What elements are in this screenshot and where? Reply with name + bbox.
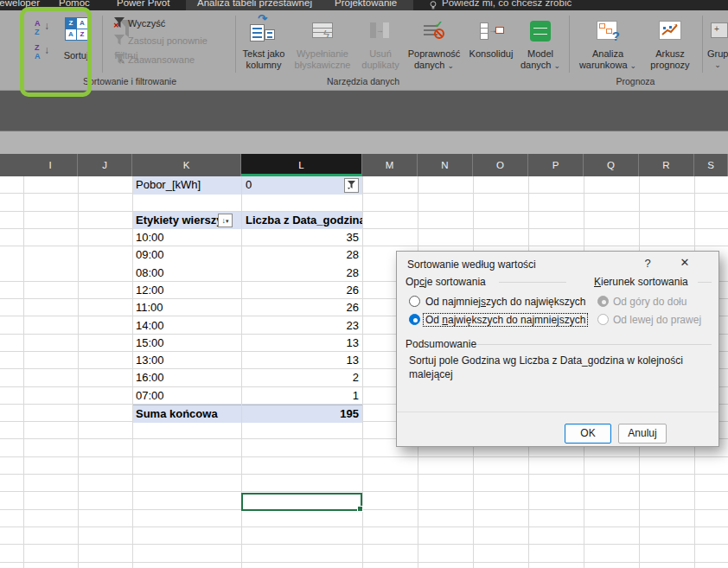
column-header-M[interactable]: M [362,154,418,176]
dropdown-caret-icon: ⌄ [554,61,561,70]
funnel-icon [346,179,357,190]
reapply-icon [113,35,125,46]
dropdown-caret-icon: ⌄ [630,61,637,70]
advanced-filter-button[interactable]: ✎ Zaawansowane [113,54,195,65]
radio-left-to-right [597,314,609,325]
radio-smallest-to-largest[interactable] [409,296,420,307]
dropdown-caret-icon: ⌄ [448,61,455,70]
what-if-button[interactable]: ? Analiza warunkowa ⌄ [574,16,642,76]
row-label-cell[interactable]: 08:00 [132,265,241,282]
filter-field-label-cell[interactable]: Pobor_[kWh] [132,176,241,195]
sort-direction-group-label: Kierunek sortowania [594,276,688,288]
pivot-values-header[interactable]: Liczba z Data_godzina [241,212,362,229]
tab-pivottable-analyze[interactable]: Analiza tabeli przestawnej [197,0,312,8]
radio-smallest-to-largest-label[interactable]: Od najmniejszych do największych [425,296,585,308]
column-header-O[interactable]: O [473,154,528,176]
row-label-cell[interactable]: 16:00 [132,369,241,386]
group-cells-icon: + [711,22,728,38]
total-value-cell[interactable]: 195 [241,405,362,423]
group-label-data-tools: Narzędzia danych [285,76,441,86]
row-label-cell[interactable]: 14:00 [132,317,241,335]
radio-largest-to-smallest-label[interactable]: Od największych do najmniejszych [424,314,587,326]
consolidate-icon: → [480,22,502,38]
group-cells-button[interactable]: + Grup ⌄ [707,16,728,76]
data-validation-button[interactable]: ✓ Poprawność danych ⌄ [405,16,463,76]
reapply-button[interactable]: Zastosuj ponownie [113,35,208,46]
divider [702,16,703,73]
dialog-title: Sortowanie według wartości [407,258,536,271]
row-label-cell[interactable]: 09:00 [132,246,241,264]
column-header-row: IJKLMNOPQRS [0,154,728,176]
value-cell[interactable]: 28 [241,246,362,264]
column-header-L[interactable]: L [241,154,362,176]
dialog-help-button[interactable]: ? [641,257,655,271]
pivot-filter-row: Pobor_[kWh] 0 [0,176,728,194]
divider [569,16,570,73]
clear-filter-button[interactable]: ✕ Wyczyść [113,17,165,29]
tell-me-box[interactable]: Powiedz mi, co chcesz zrobić [442,0,572,8]
cancel-button[interactable]: Anuluj [618,424,667,444]
clear-filter-icon: ✕ [113,17,125,29]
column-header-I[interactable]: I [23,154,78,176]
column-header-J[interactable]: J [78,154,132,176]
data-validation-icon: ✓ [424,22,441,36]
row-label-cell[interactable]: 13:00 [132,352,241,369]
row-label-cell[interactable]: 12:00 [132,282,241,299]
radio-top-to-bottom-label: Od góry do dołu [613,296,686,308]
column-header-S[interactable]: S [694,154,728,176]
row-labels-filter-button[interactable]: ↓▾ [218,214,233,227]
column-header-P[interactable]: P [528,154,584,176]
remove-duplicates-button[interactable]: → Usuń duplikaty [358,16,403,76]
gridline [132,176,133,568]
total-label-cell[interactable]: Suma końcowa [132,405,241,423]
radio-largest-to-smallest[interactable] [409,314,420,325]
active-cell-selection[interactable] [241,493,362,511]
value-cell[interactable]: 26 [241,299,362,316]
value-cell[interactable]: 2 [241,369,362,386]
sort-options-group-label: Opcje sortowania [406,276,486,288]
forecast-sheet-button[interactable]: Arkusz prognozy [643,16,697,76]
row-label-cell[interactable]: 15:00 [132,335,241,352]
ribbon-tab-bar: Deweloper Pomoc Power Pivot Analiza tabe… [0,0,728,10]
value-cell[interactable]: 23 [241,317,362,335]
consolidate-button[interactable]: → Konsoliduj [465,16,517,76]
flash-fill-button[interactable]: ϟ Wypełnianie błyskawiczne [289,16,356,76]
column-header-R[interactable]: R [639,154,694,176]
column-header-N[interactable]: N [418,154,473,176]
divider [102,16,103,73]
data-model-button[interactable]: Model danych ⌄ [517,16,564,76]
ribbon: A Z ↓ Z A ↓ ZA AZ Sortuj Filtruj ✕ [0,10,728,91]
row-label-cell[interactable]: 11:00 [132,299,241,316]
row-label-cell[interactable]: 10:00 [132,229,241,246]
ok-button[interactable]: OK [565,424,611,444]
tab-design[interactable]: Projektowanie [335,0,397,8]
collapsed-formula-bar-band [0,91,728,131]
value-cell[interactable]: 28 [241,265,362,282]
excel-window: Deweloper Pomoc Power Pivot Analiza tabe… [0,0,728,568]
value-cell[interactable]: 26 [241,282,362,299]
value-cell[interactable]: 35 [241,229,362,246]
value-cell[interactable]: 13 [241,352,362,369]
divider [397,412,718,412]
value-cell[interactable]: 13 [241,335,362,352]
svg-text:✕: ✕ [113,22,119,29]
fill-handle[interactable] [357,506,363,512]
column-header-K[interactable]: K [132,154,241,176]
spacer-band [0,131,728,155]
value-cell[interactable]: 1 [241,387,362,405]
curve-arrow-icon: ↷ [258,12,267,25]
filter-field-dropdown-button[interactable] [344,178,359,193]
tab-power-pivot[interactable]: Power Pivot [117,0,169,8]
radio-top-to-bottom [597,296,609,307]
what-if-icon: ? [597,21,617,40]
pivot-data-row: 10:0035 [0,229,728,246]
dropdown-caret-icon: ⌄ [707,60,728,71]
dialog-close-button[interactable]: ✕ [677,256,693,271]
text-to-columns-button[interactable]: ↷ Tekst jako kolumny [240,16,287,76]
remove-duplicates-icon: → [370,22,391,38]
text-to-columns-icon [250,24,265,41]
column-header-Q[interactable]: Q [584,154,639,176]
forecast-sheet-icon [659,21,681,40]
row-label-cell[interactable]: 07:00 [132,387,241,405]
radio-left-to-right-label: Od lewej do prawej [613,314,701,326]
